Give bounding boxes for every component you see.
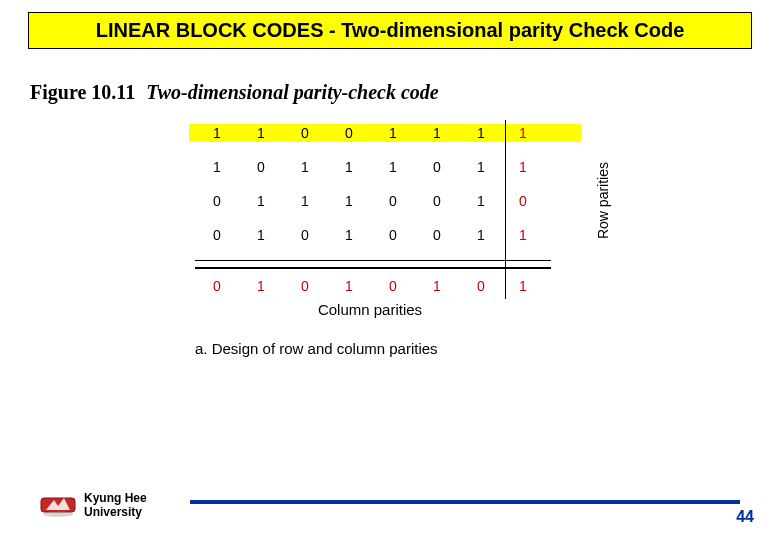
col-parity-cell: 1 xyxy=(239,278,283,294)
data-cell: 1 xyxy=(327,227,371,243)
page-number: 44 xyxy=(736,508,754,526)
data-cell: 1 xyxy=(459,227,503,243)
figure-label: Figure 10.11 Two-dimensional parity-chec… xyxy=(30,81,780,104)
figure-number: Figure 10.11 xyxy=(30,81,135,103)
data-cell: 1 xyxy=(195,125,239,141)
horizontal-divider xyxy=(195,260,551,261)
data-rows: 1 1 0 0 1 1 1 1 1 0 1 1 1 0 1 1 xyxy=(195,122,575,297)
data-cell: 0 xyxy=(415,159,459,175)
university-name-line1: Kyung Hee xyxy=(84,492,147,506)
data-cell: 1 xyxy=(327,193,371,209)
data-cell: 1 xyxy=(239,227,283,243)
col-parity-cell: 0 xyxy=(283,278,327,294)
data-cell: 1 xyxy=(239,125,283,141)
data-cell: 1 xyxy=(415,125,459,141)
data-cell: 1 xyxy=(239,193,283,209)
data-cell: 1 xyxy=(283,193,327,209)
vertical-divider xyxy=(505,120,506,299)
footer: Kyung Hee University 44 xyxy=(0,480,780,526)
data-cell: 0 xyxy=(415,193,459,209)
slide-title: LINEAR BLOCK CODES - Two-dimensional par… xyxy=(28,12,752,49)
table-row: 1 1 0 0 1 1 1 1 xyxy=(195,122,575,144)
footer-rule xyxy=(190,500,740,504)
data-cell: 0 xyxy=(195,193,239,209)
data-cell: 1 xyxy=(459,193,503,209)
row-parity-cell: 0 xyxy=(503,193,543,209)
overall-parity-cell: 1 xyxy=(503,278,543,294)
data-cell: 0 xyxy=(283,227,327,243)
data-cell: 0 xyxy=(327,125,371,141)
col-parity-cell: 0 xyxy=(371,278,415,294)
column-parity-row: 0 1 0 1 0 1 0 1 xyxy=(195,275,575,297)
data-cell: 0 xyxy=(283,125,327,141)
university-name-line2: University xyxy=(84,506,147,520)
figure-subcaption: a. Design of row and column parities xyxy=(195,340,605,357)
data-cell: 1 xyxy=(283,159,327,175)
col-parity-cell: 0 xyxy=(459,278,503,294)
data-cell: 1 xyxy=(371,159,415,175)
table-row: 1 0 1 1 1 0 1 1 xyxy=(195,156,575,178)
data-cell: 0 xyxy=(371,193,415,209)
data-cell: 1 xyxy=(459,159,503,175)
data-cell: 1 xyxy=(195,159,239,175)
table-row: 0 1 0 1 0 0 1 1 xyxy=(195,224,575,246)
col-parity-cell: 0 xyxy=(195,278,239,294)
university-name: Kyung Hee University xyxy=(84,492,147,520)
col-parity-cell: 1 xyxy=(415,278,459,294)
col-parity-cell: 1 xyxy=(327,278,371,294)
svg-point-2 xyxy=(43,511,73,517)
row-parity-cell: 1 xyxy=(503,125,543,141)
data-cell: 1 xyxy=(371,125,415,141)
university-logo-icon xyxy=(40,490,76,518)
data-cell: 0 xyxy=(371,227,415,243)
parity-chart: 1 1 0 0 1 1 1 1 1 0 1 1 1 0 1 1 xyxy=(175,122,605,357)
data-cell: 0 xyxy=(415,227,459,243)
row-parity-cell: 1 xyxy=(503,159,543,175)
data-cell: 0 xyxy=(239,159,283,175)
table-row: 0 1 1 1 0 0 1 0 xyxy=(195,190,575,212)
data-cell: 1 xyxy=(459,125,503,141)
horizontal-divider xyxy=(195,267,551,269)
data-cell: 1 xyxy=(327,159,371,175)
column-parities-label: Column parities xyxy=(135,301,605,318)
figure-caption: Two-dimensional parity-check code xyxy=(146,81,439,103)
row-parities-label: Row parities xyxy=(595,162,611,239)
row-parity-cell: 1 xyxy=(503,227,543,243)
data-cell: 0 xyxy=(195,227,239,243)
